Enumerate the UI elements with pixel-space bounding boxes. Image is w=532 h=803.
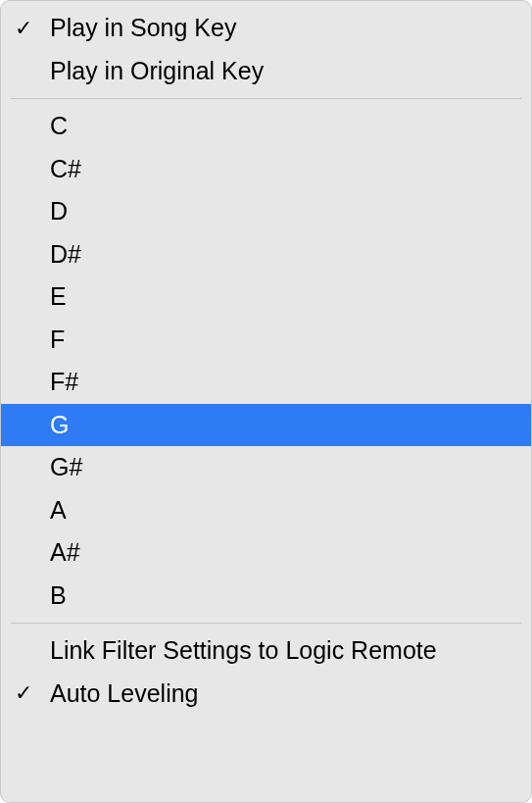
menu-item-key-d-sharp[interactable]: D# [1, 233, 531, 276]
menu-item-label: F# [50, 368, 517, 396]
menu-item-label: Auto Leveling [50, 679, 517, 708]
menu-item-label: G [50, 411, 517, 439]
menu-item-key-e[interactable]: E [1, 276, 531, 319]
menu-item-label: E [50, 282, 517, 311]
menu-item-label: C# [50, 155, 517, 183]
menu-separator [11, 98, 521, 99]
menu-item-play-original-key[interactable]: Play in Original Key [1, 50, 531, 93]
menu-item-key-c[interactable]: C [1, 105, 531, 148]
menu-item-link-filter-settings[interactable]: Link Filter Settings to Logic Remote [1, 629, 531, 673]
menu-item-key-c-sharp[interactable]: C# [1, 148, 531, 191]
checkmark-icon: ✓ [15, 682, 32, 704]
menu-item-label: A# [50, 538, 517, 567]
menu-item-key-f-sharp[interactable]: F# [1, 361, 531, 404]
menu-item-label: Play in Song Key [50, 14, 517, 42]
menu-item-label: Play in Original Key [50, 57, 517, 85]
menu-item-label: F [50, 326, 517, 354]
menu-item-key-g[interactable]: G [1, 404, 531, 447]
menu-item-label: G# [50, 453, 517, 481]
menu-item-key-b[interactable]: B [1, 575, 531, 618]
context-menu: ✓ Play in Song Key Play in Original Key … [0, 0, 532, 803]
menu-item-label: D# [50, 240, 517, 269]
menu-item-key-g-sharp[interactable]: G# [1, 446, 531, 489]
menu-item-key-d[interactable]: D [1, 190, 531, 233]
check-slot: ✓ [15, 18, 50, 39]
menu-item-label: C [50, 112, 517, 140]
menu-item-key-a[interactable]: A [1, 489, 531, 532]
menu-separator [11, 623, 521, 624]
check-slot: ✓ [15, 682, 50, 704]
menu-item-label: Link Filter Settings to Logic Remote [50, 636, 517, 665]
checkmark-icon: ✓ [15, 18, 32, 39]
menu-item-auto-leveling[interactable]: ✓ Auto Leveling [1, 673, 531, 716]
menu-item-label: A [50, 496, 517, 525]
menu-item-label: D [50, 197, 517, 226]
menu-item-key-f[interactable]: F [1, 319, 531, 362]
menu-item-label: B [50, 581, 517, 610]
menu-item-play-song-key[interactable]: ✓ Play in Song Key [1, 7, 531, 50]
menu-item-key-a-sharp[interactable]: A# [1, 531, 531, 575]
